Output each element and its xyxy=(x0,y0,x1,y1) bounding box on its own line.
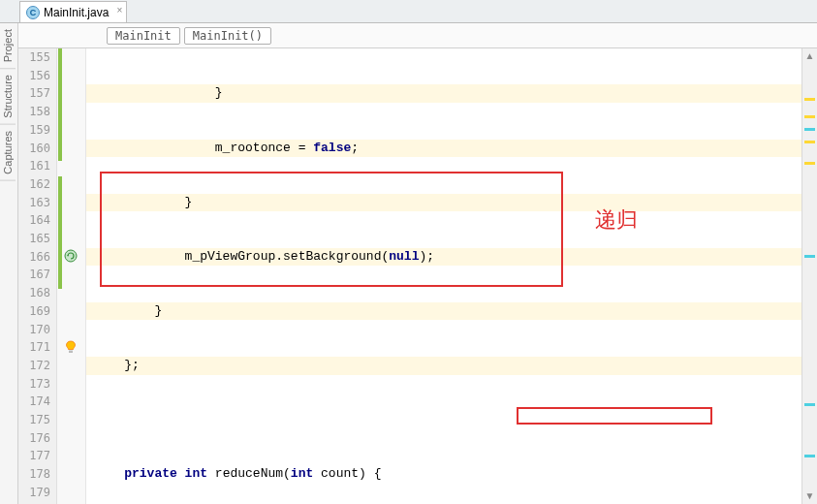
line-159: } xyxy=(86,302,817,321)
svg-point-0 xyxy=(65,250,77,262)
scroll-marker xyxy=(804,115,815,118)
scroll-marker xyxy=(804,162,815,165)
line-155: } xyxy=(86,84,817,103)
scroll-marker xyxy=(804,255,815,258)
line-number-gutter: 1551561571581591601611621631641651661671… xyxy=(18,48,57,504)
scrollbar-track[interactable] xyxy=(802,64,817,488)
code-area[interactable]: } m_rootonce = false; } m_pViewGroup.set… xyxy=(86,48,817,504)
intention-bulb-icon[interactable] xyxy=(63,339,79,355)
sidebar-tab-structure[interactable]: Structure xyxy=(0,69,16,125)
breadcrumb-class[interactable]: MainInit xyxy=(107,27,180,45)
annotation-box-recursion xyxy=(100,172,563,287)
line-160: }; xyxy=(86,357,817,375)
line-161 xyxy=(86,411,817,429)
annotation-label-recursion: 递归 xyxy=(595,211,638,230)
breadcrumb: MainInit MainInit() xyxy=(0,23,817,48)
svg-rect-1 xyxy=(69,351,73,354)
line-157: } xyxy=(86,194,817,212)
sidebar-tab-project[interactable]: Project xyxy=(0,23,16,69)
java-class-icon: C xyxy=(26,6,40,19)
line-162: private int reduceNum(int count) { xyxy=(86,465,817,484)
left-tool-strip: Project Structure Captures xyxy=(0,23,18,504)
scroll-down-icon[interactable]: ▼ xyxy=(802,488,817,504)
scroll-marker xyxy=(804,455,815,457)
recursive-call-icon[interactable] xyxy=(63,248,79,264)
code-editor[interactable]: 1551561571581591601611621631641651661671… xyxy=(18,48,817,504)
line-158: m_pViewGroup.setBackground(null); xyxy=(86,248,817,267)
scroll-marker xyxy=(804,98,815,101)
change-marker xyxy=(58,176,62,289)
scroll-marker xyxy=(804,141,815,143)
close-icon[interactable]: × xyxy=(117,5,123,16)
tab-title: MainInit.java xyxy=(44,6,109,19)
scroll-marker xyxy=(804,403,815,406)
breadcrumb-method[interactable]: MainInit() xyxy=(184,27,271,45)
change-marker xyxy=(58,48,62,161)
icon-gutter xyxy=(57,48,86,504)
line-156: m_rootonce = false; xyxy=(86,140,817,158)
file-tab-maininit[interactable]: C MainInit.java × xyxy=(19,1,127,22)
scroll-up-icon[interactable]: ▲ xyxy=(802,48,817,64)
sidebar-tab-captures[interactable]: Captures xyxy=(0,125,16,181)
vertical-scrollbar[interactable]: ▲ ▼ xyxy=(801,48,817,504)
editor-tab-bar: C MainInit.java × xyxy=(0,0,817,23)
scroll-marker xyxy=(804,128,815,131)
